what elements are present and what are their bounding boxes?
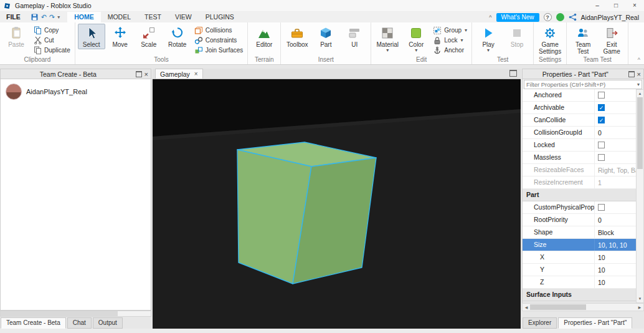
scroll-right-icon[interactable]: ▶	[636, 305, 643, 309]
property-row[interactable]: CustomPhysicalProperties	[523, 201, 636, 214]
group-button[interactable]: Group ▾	[431, 26, 469, 35]
rotate-button[interactable]: Rotate	[164, 24, 191, 49]
anchor-button[interactable]: Anchor	[431, 46, 469, 55]
close-panel-icon[interactable]: ×	[144, 71, 148, 77]
exit-game-button[interactable]: Exit Game	[598, 24, 625, 56]
color-button[interactable]: Color ▾	[402, 24, 430, 54]
status-icon[interactable]	[556, 13, 564, 21]
username-label[interactable]: AidanPlaysYT_Real	[581, 14, 639, 21]
property-section[interactable]: Surface Inputs	[523, 289, 636, 301]
tab-chat[interactable]: Chat	[67, 317, 92, 329]
property-value[interactable]: ✓	[595, 102, 636, 113]
scrollbar-thumb[interactable]	[530, 304, 586, 310]
property-value[interactable]	[595, 139, 636, 151]
property-row[interactable]: Y10	[523, 264, 636, 276]
copy-button[interactable]: Copy	[31, 26, 72, 35]
qat-caret-icon[interactable]: ▾	[57, 14, 60, 20]
join-surfaces-button[interactable]: Join Surfaces	[192, 46, 245, 55]
file-menu[interactable]: FILE	[0, 12, 27, 22]
selected-part-cube[interactable]	[237, 142, 376, 284]
team-create-user-row[interactable]: AidanPlaysYT_Real	[1, 79, 151, 104]
terrain-editor-button[interactable]: Editor	[250, 24, 278, 49]
ribbon-collapse-icon[interactable]: ^	[638, 57, 640, 63]
share-icon[interactable]	[569, 13, 577, 21]
property-checkbox[interactable]: ✓	[598, 104, 605, 111]
scroll-left-icon[interactable]: ◀	[523, 305, 530, 309]
property-checkbox[interactable]	[598, 92, 605, 99]
property-row[interactable]: X10	[523, 251, 636, 264]
stop-button[interactable]: Stop	[503, 24, 531, 49]
property-value[interactable]: 0	[595, 214, 636, 226]
tab-view[interactable]: VIEW	[168, 12, 199, 22]
close-button[interactable]: ×	[625, 0, 644, 11]
play-button[interactable]: Play ▾	[475, 24, 502, 54]
property-checkbox[interactable]	[598, 204, 605, 211]
scale-button[interactable]: Scale	[135, 24, 163, 49]
select-button[interactable]: Select	[78, 24, 105, 49]
part-button[interactable]: Part	[312, 24, 339, 49]
team-create-hscrollbar[interactable]	[0, 311, 151, 317]
property-checkbox[interactable]	[598, 154, 605, 161]
property-row[interactable]: Size10, 10, 10	[523, 239, 636, 251]
toolbox-button[interactable]: Toolbox	[283, 24, 311, 49]
float-panel-icon[interactable]	[628, 71, 635, 77]
property-checkbox[interactable]: ✓	[598, 117, 605, 123]
property-value[interactable]: 10, 10, 10	[595, 239, 636, 251]
properties-vscrollbar[interactable]: ▲ ▼	[636, 89, 644, 303]
filter-caret-icon[interactable]: ▾	[637, 82, 642, 87]
property-row[interactable]: ResizeIncrement1	[523, 176, 636, 189]
property-value[interactable]: 1	[595, 176, 636, 188]
property-checkbox[interactable]	[598, 142, 605, 148]
save-icon[interactable]	[31, 13, 39, 21]
redo-icon[interactable]: ↷	[49, 13, 55, 21]
float-panel-icon[interactable]	[136, 71, 142, 77]
property-section[interactable]: Part	[523, 189, 636, 201]
property-row[interactable]: ShapeBlock	[523, 226, 636, 239]
property-value[interactable]	[595, 152, 636, 163]
property-row[interactable]: Archivable✓	[523, 102, 636, 114]
collisions-button[interactable]: Collisions	[192, 26, 245, 35]
material-button[interactable]: Material ▾	[374, 24, 401, 54]
property-value[interactable]	[595, 201, 636, 213]
scroll-up-icon[interactable]: ▲	[638, 90, 642, 97]
whats-new-button[interactable]: What's New	[496, 13, 539, 22]
filter-properties-input[interactable]	[524, 81, 637, 88]
tab-test[interactable]: TEST	[138, 12, 168, 22]
property-row[interactable]: CollisionGroupId0	[523, 127, 636, 139]
scroll-down-icon[interactable]: ▼	[638, 295, 642, 302]
property-value[interactable]: 10	[595, 264, 636, 276]
tab-explorer[interactable]: Explorer	[523, 317, 557, 329]
undo-icon[interactable]: ↶	[41, 13, 47, 21]
viewport-dock-icon[interactable]	[509, 70, 517, 77]
property-value[interactable]	[595, 89, 636, 101]
tab-team-create[interactable]: Team Create - Beta	[1, 317, 66, 329]
property-row[interactable]: Locked	[523, 139, 636, 152]
property-value[interactable]: 0	[595, 127, 636, 138]
property-value[interactable]: 10	[595, 276, 636, 288]
property-row[interactable]: Massless	[523, 152, 636, 164]
tab-home[interactable]: HOME	[67, 12, 101, 22]
tab-model[interactable]: MODEL	[101, 12, 138, 22]
maximize-button[interactable]: □	[607, 0, 625, 11]
lock-button[interactable]: Lock ▾	[431, 36, 469, 45]
property-row[interactable]: Z10	[523, 276, 636, 289]
tab-output[interactable]: Output	[93, 317, 123, 329]
property-value[interactable]: Right, Top, Back...	[595, 164, 636, 176]
3d-viewport[interactable]	[153, 79, 521, 329]
property-value[interactable]: 10	[595, 251, 636, 263]
game-settings-button[interactable]: Game Settings	[536, 24, 564, 56]
property-row[interactable]: RootPriority0	[523, 214, 636, 226]
constraints-button[interactable]: Constraints	[192, 36, 245, 45]
move-button[interactable]: Move	[107, 24, 134, 49]
tab-plugins[interactable]: PLUGINS	[199, 12, 241, 22]
tab-properties[interactable]: Properties - Part "Part"	[558, 317, 632, 329]
team-test-button[interactable]: Team Test	[569, 24, 597, 56]
chevron-up-icon[interactable]: ^	[489, 14, 491, 21]
scrollbar-thumb[interactable]	[1, 311, 118, 316]
scrollbar-thumb[interactable]	[637, 97, 643, 169]
properties-hscrollbar[interactable]: ◀ ▶	[522, 303, 644, 311]
property-row[interactable]: ResizeableFacesRight, Top, Back...	[523, 164, 636, 176]
property-row[interactable]: CanCollide✓	[523, 114, 636, 127]
help-icon[interactable]: ?	[544, 13, 552, 21]
cut-button[interactable]: Cut	[31, 36, 72, 45]
